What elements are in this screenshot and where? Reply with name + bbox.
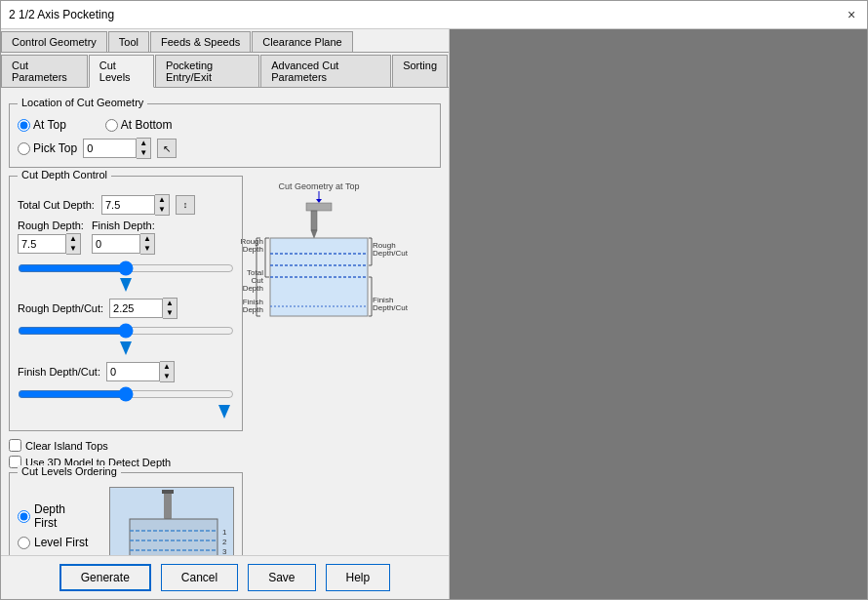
depth-row: Rough Depth: ▲ ▼ [18, 220, 234, 255]
tab-row-2: Cut Parameters Cut Levels Pocketing Entr… [1, 53, 449, 88]
ordering-radios: Depth First Level First [18, 502, 90, 549]
svg-rect-12 [306, 203, 332, 211]
pick-top-spinner-btns: ▲ ▼ [137, 138, 151, 159]
svg-rect-1 [162, 490, 174, 494]
finish-per-cut-up-btn[interactable]: ▲ [160, 362, 174, 372]
rough-per-cut-label: Rough Depth/Cut: [18, 302, 103, 314]
pick-top-down-btn[interactable]: ▼ [137, 148, 150, 158]
at-bottom-label: At Bottom [121, 118, 173, 132]
pick-top-radio-label[interactable]: Pick Top [18, 141, 77, 155]
pick-top-spinner: ▲ ▼ [83, 138, 151, 159]
rough-depth-up-btn[interactable]: ▲ [66, 234, 80, 244]
pick-top-up-btn[interactable]: ▲ [137, 139, 150, 148]
at-bottom-radio-label[interactable]: At Bottom [105, 118, 173, 132]
clear-island-text: Clear Island Tops [25, 440, 108, 452]
tab-control-geometry[interactable]: Control Geometry [1, 31, 107, 52]
total-cut-up-btn[interactable]: ▲ [155, 195, 169, 205]
rough-slider-container [18, 323, 234, 355]
rough-depth-down-btn[interactable]: ▼ [66, 244, 80, 254]
ordering-group: Cut Levels Ordering Depth First [9, 472, 243, 555]
level-first-label[interactable]: Level First [18, 536, 90, 549]
main-content: Control Geometry Tool Feeds & Speeds Cle… [1, 29, 867, 599]
svg-rect-43 [450, 29, 867, 599]
total-cut-down-btn[interactable]: ▼ [155, 205, 169, 215]
finish-slider-container [18, 386, 234, 419]
ordering-diagram: 1 2 3 [109, 487, 234, 555]
clear-island-checkbox[interactable] [9, 439, 21, 452]
rough-slider-thumb [18, 341, 234, 355]
generate-button[interactable]: Generate [59, 564, 151, 591]
finish-depth-spinner: ▲ ▼ [92, 233, 155, 255]
ordering-title: Cut Levels Ordering [18, 465, 121, 477]
svg-text:Cut Geometry at Top: Cut Geometry at Top [279, 181, 360, 191]
finish-depth-up-btn[interactable]: ▲ [140, 234, 154, 244]
total-cut-input[interactable] [101, 195, 155, 215]
svg-text:Depth: Depth [243, 305, 263, 314]
rough-thumb-icon [120, 341, 132, 355]
tab-clearance-plane[interactable]: Clearance Plane [252, 31, 352, 52]
at-top-label: At Top [33, 118, 66, 132]
svg-marker-14 [311, 230, 317, 238]
depth-first-text: Depth First [34, 502, 90, 530]
rough-depth-input[interactable] [18, 234, 66, 254]
close-button[interactable]: × [844, 7, 859, 22]
help-button[interactable]: Help [326, 564, 391, 591]
tab-feeds-speeds[interactable]: Feeds & Speeds [150, 31, 251, 52]
finish-depth-down-btn[interactable]: ▼ [140, 244, 154, 254]
at-bottom-radio[interactable] [105, 119, 118, 132]
tab-cut-levels[interactable]: Cut Levels [89, 55, 154, 88]
depth-first-label[interactable]: Depth First [18, 502, 90, 530]
clear-island-label[interactable]: Clear Island Tops [9, 439, 243, 452]
depth-slider-thumb-indicator [18, 278, 234, 292]
cut-depth-title: Cut Depth Control [18, 169, 111, 180]
rough-per-cut-spinner-btns: ▲ ▼ [163, 298, 178, 319]
tab-advanced-cut[interactable]: Advanced Cut Parameters [260, 55, 391, 87]
finish-per-cut-input[interactable] [106, 362, 160, 381]
tab-tool[interactable]: Tool [108, 31, 149, 52]
level-first-text: Level First [34, 536, 88, 549]
total-cut-row: Total Cut Depth: ▲ ▼ ↕ [18, 194, 234, 216]
tab-row-1: Control Geometry Tool Feeds & Speeds Cle… [1, 29, 449, 53]
finish-per-cut-slider[interactable] [18, 386, 234, 402]
finish-depth-input[interactable] [92, 234, 140, 254]
depth-slider[interactable] [18, 260, 234, 276]
finish-per-cut-down-btn[interactable]: ▼ [160, 372, 174, 381]
rough-per-cut-up-btn[interactable]: ▲ [163, 299, 177, 308]
left-panel: Control Geometry Tool Feeds & Speeds Cle… [1, 29, 450, 599]
pick-top-input[interactable] [83, 139, 137, 158]
pick-top-cursor-btn[interactable]: ↖ [157, 139, 177, 158]
at-top-radio[interactable] [18, 119, 30, 132]
save-button[interactable]: Save [248, 564, 315, 591]
svg-text:Depth/Cut: Depth/Cut [373, 249, 409, 258]
svg-rect-0 [164, 490, 172, 519]
depth-first-radio[interactable] [18, 510, 30, 523]
button-bar: Generate Cancel Save Help [1, 555, 449, 599]
svg-text:2: 2 [222, 538, 227, 546]
depth-slider-track-wrap [18, 259, 234, 278]
cancel-button[interactable]: Cancel [161, 564, 238, 591]
viewport-panel: Y X [450, 29, 867, 599]
rough-per-cut-down-btn[interactable]: ▼ [163, 308, 177, 318]
finish-per-cut-spinner: ▲ ▼ [106, 361, 175, 382]
cut-depth-group: Cut Depth Control Total Cut Depth: ▲ ▼ [9, 176, 243, 431]
rough-depth-col: Rough Depth: ▲ ▼ [18, 220, 84, 255]
rough-depth-spinner: ▲ ▼ [18, 233, 84, 255]
finish-depth-spinner-btns: ▲ ▼ [140, 233, 155, 255]
cut-depth-section: Cut Depth Control Total Cut Depth: ▲ ▼ [9, 176, 441, 555]
level-first-radio[interactable] [18, 537, 30, 549]
total-cut-cursor-btn[interactable]: ↕ [176, 195, 195, 215]
rough-per-cut-row: Rough Depth/Cut: ▲ ▼ [18, 298, 234, 319]
tab-sorting[interactable]: Sorting [392, 55, 448, 87]
finish-per-cut-row: Finish Depth/Cut: ▲ ▼ [18, 361, 234, 382]
rough-per-cut-slider[interactable] [18, 323, 234, 339]
at-top-radio-label[interactable]: At Top [18, 118, 66, 132]
tab-cut-parameters[interactable]: Cut Parameters [1, 55, 88, 87]
tab-pocketing-entry[interactable]: Pocketing Entry/Exit [155, 55, 259, 87]
total-cut-spinner-btns: ▲ ▼ [155, 194, 170, 216]
cut-geometry-diagram: Cut Geometry at Top [251, 178, 441, 343]
cut-diagram-panel: Cut Geometry at Top [251, 176, 441, 555]
window-title: 2 1/2 Axis Pocketing [9, 8, 114, 21]
svg-marker-11 [316, 199, 322, 203]
pick-top-radio[interactable] [18, 142, 30, 155]
rough-per-cut-input[interactable] [109, 299, 163, 318]
